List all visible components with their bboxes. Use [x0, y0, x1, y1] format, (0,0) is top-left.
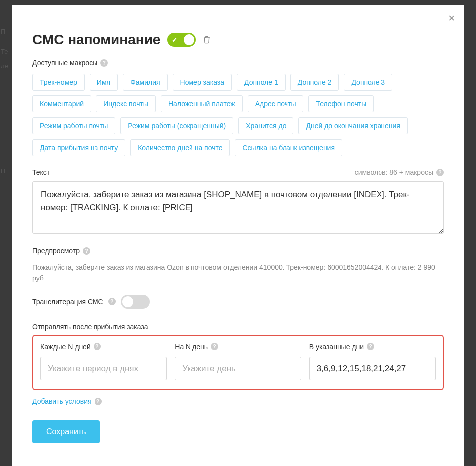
- preview-section: Предпросмотр ? Пожалуйста, заберите зака…: [32, 247, 444, 284]
- macro-chip[interactable]: Телефон почты: [308, 95, 374, 112]
- macro-chip[interactable]: Ссылка на бланк извещения: [235, 139, 342, 156]
- every-n-days-field: Каждые N дней ?: [40, 343, 167, 380]
- add-conditions-row: Добавить условия ?: [32, 397, 444, 406]
- background-page-text: Н: [0, 164, 5, 179]
- specific-days-label: В указанные дни: [309, 343, 364, 351]
- send-after-label: Отправлять после прибытия заказа: [32, 323, 444, 331]
- field-label: На N день ?: [175, 343, 301, 351]
- help-icon[interactable]: ?: [100, 59, 108, 67]
- help-icon[interactable]: ?: [211, 343, 218, 350]
- modal-title: СМС напоминание: [32, 32, 160, 48]
- close-icon[interactable]: ×: [448, 13, 455, 24]
- modal-header: СМС напоминание ✓: [32, 32, 444, 48]
- on-n-day-field: На N день ?: [175, 343, 301, 380]
- toggle-knob: [184, 34, 194, 45]
- background-page-text: Теле: [0, 45, 8, 73]
- macro-chip[interactable]: Допполе 2: [290, 74, 339, 91]
- macro-chip[interactable]: Количество дней на почте: [130, 139, 230, 156]
- macro-chip[interactable]: Допполе 3: [344, 74, 392, 91]
- translit-label: Транслитерация СМС: [32, 298, 103, 306]
- add-conditions-link[interactable]: Добавить условия: [32, 397, 92, 406]
- help-icon[interactable]: ?: [95, 398, 102, 405]
- sms-reminder-modal: × СМС напоминание ✓ Доступные макросы ? …: [12, 5, 464, 466]
- macro-chip[interactable]: Номер заказа: [173, 74, 232, 91]
- schedule-fields-box: Каждые N дней ? На N день ? В указанные …: [32, 335, 444, 390]
- preview-label-row: Предпросмотр ?: [32, 247, 444, 255]
- macro-chip[interactable]: Допполе 1: [237, 74, 286, 91]
- field-label: Каждые N дней ?: [40, 343, 167, 351]
- preview-text: Пожалуйста, заберите заказ из магазина O…: [32, 262, 444, 284]
- char-counter-text: символов: 86 + макросы: [355, 168, 433, 176]
- transliteration-row: Транслитерация СМС ?: [32, 295, 444, 309]
- macros-section-label: Доступные макросы ?: [32, 59, 444, 67]
- macro-chip[interactable]: Хранится до: [238, 117, 293, 134]
- field-label: В указанные дни ?: [309, 343, 436, 351]
- macros-label-text: Доступные макросы: [32, 59, 97, 67]
- macro-chip[interactable]: Дней до окончания хранения: [298, 117, 407, 134]
- toggle-knob: [122, 296, 133, 307]
- background-page-text: П: [0, 25, 5, 39]
- help-icon[interactable]: ?: [83, 247, 90, 255]
- specific-days-field: В указанные дни ?: [309, 343, 436, 380]
- translit-toggle[interactable]: [121, 295, 150, 309]
- help-icon[interactable]: ?: [436, 169, 444, 176]
- macro-chip[interactable]: Дата прибытия на почту: [32, 139, 125, 156]
- macro-chip[interactable]: Режим работы (сокращенный): [120, 117, 233, 134]
- every-n-label: Каждые N дней: [40, 343, 91, 351]
- trash-icon[interactable]: [203, 35, 211, 44]
- text-label: Текст: [32, 168, 50, 176]
- macro-chip[interactable]: Имя: [90, 74, 118, 91]
- macros-list: Трек-номер Имя Фамилия Номер заказа Допп…: [32, 74, 444, 156]
- on-n-input[interactable]: [175, 357, 301, 380]
- specific-days-input[interactable]: [309, 357, 436, 380]
- macro-chip[interactable]: Адрес почты: [248, 95, 304, 112]
- preview-label: Предпросмотр: [32, 247, 80, 255]
- sms-text-input[interactable]: [32, 181, 444, 234]
- macro-chip[interactable]: Режим работы почты: [32, 117, 115, 134]
- every-n-input[interactable]: [40, 357, 167, 380]
- save-button[interactable]: Сохранить: [32, 420, 100, 443]
- char-counter: символов: 86 + макросы ?: [355, 168, 444, 176]
- help-icon[interactable]: ?: [94, 343, 101, 350]
- text-header-row: Текст символов: 86 + макросы ?: [32, 168, 444, 176]
- help-icon[interactable]: ?: [367, 343, 374, 350]
- on-n-label: На N день: [175, 343, 208, 351]
- macro-chip[interactable]: Комментарий: [32, 95, 91, 112]
- macro-chip[interactable]: Наложенный платеж: [161, 95, 243, 112]
- check-icon: ✓: [172, 36, 178, 44]
- macro-chip[interactable]: Фамилия: [123, 74, 167, 91]
- macro-chip[interactable]: Трек-номер: [32, 74, 85, 91]
- macro-chip[interactable]: Индекс почты: [96, 95, 156, 112]
- help-icon[interactable]: ?: [108, 298, 116, 305]
- enable-toggle[interactable]: ✓: [167, 33, 196, 47]
